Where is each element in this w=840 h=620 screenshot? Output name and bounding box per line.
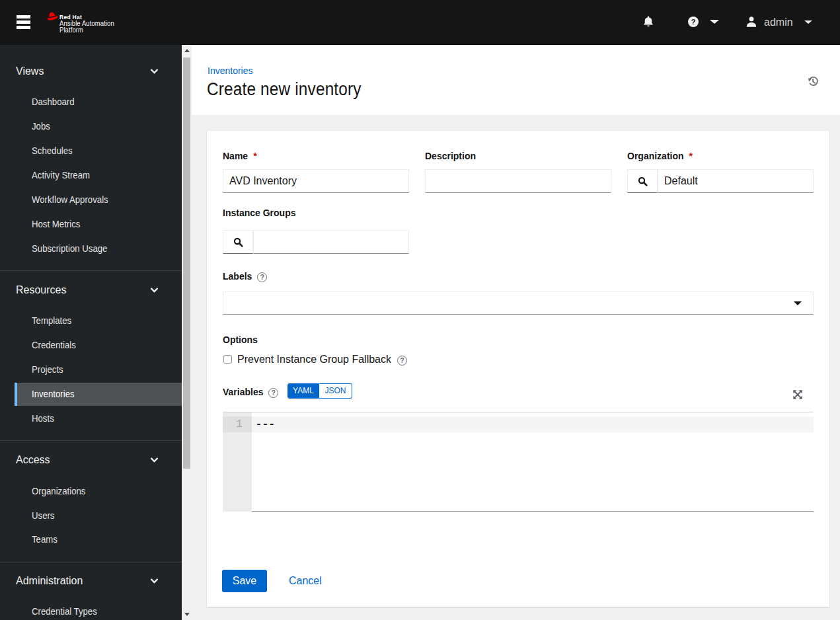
svg-text:?: ? — [691, 18, 695, 26]
